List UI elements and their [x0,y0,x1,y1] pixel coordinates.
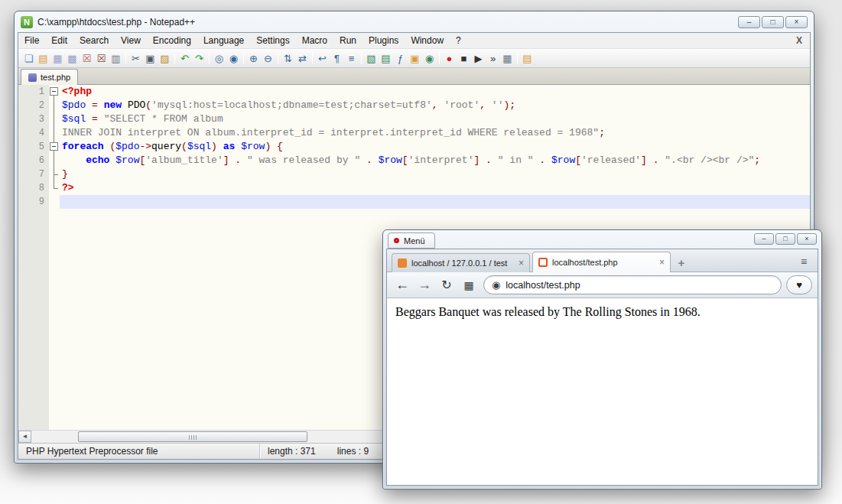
menu-item-run[interactable]: Run [333,34,362,47]
toolbar-save-all-button[interactable]: ▩ [65,51,80,66]
toolbar-replace-button[interactable]: ◉ [226,51,241,66]
new-tab-button[interactable]: + [673,253,690,272]
toolbar-separator [361,53,362,64]
code-line-7[interactable]: 7} [18,167,810,181]
fold-collapse-icon[interactable] [50,142,58,151]
toolbar-stop-recording-button[interactable]: ■ [457,51,471,66]
undo-icon: ↶ [180,53,189,64]
new-file-icon: ❏ [24,53,34,64]
forward-button[interactable]: → [414,275,434,295]
fold-collapse-icon[interactable] [50,87,58,96]
toolbar-playback-macro-button[interactable]: ▶ [471,51,486,66]
toolbar-save-recorded-macro-button[interactable]: ▦ [500,51,515,66]
toolbar-document-map-button[interactable]: ▧ [364,51,379,66]
code-line-8[interactable]: 8?> [18,181,810,195]
toolbar-open-file-button[interactable]: ▤ [36,51,50,66]
tab-favicon-icon [538,258,548,267]
menu-item-view[interactable]: View [115,34,147,47]
menu-item-search[interactable]: Search [73,34,115,47]
toolbar-redo-button[interactable]: ↷ [192,51,206,66]
menu-item-window[interactable]: Window [405,34,450,47]
toolbar-document-list-button[interactable]: ▤ [379,51,393,66]
toolbar-folder-as-workspace-button[interactable]: ▣ [408,51,422,66]
maximize-button[interactable]: □ [762,16,784,28]
line-number: 1 [18,85,49,99]
tab-close-icon[interactable]: × [659,258,665,267]
toolbar-find-button[interactable]: ◎ [212,51,226,66]
toolbar-save-button[interactable]: ▦ [50,51,65,66]
folder-as-workspace-icon: ▣ [410,53,419,64]
toolbar-print-button[interactable]: ▥ [109,51,123,66]
status-lines: lines : 9 [337,446,369,457]
close-button[interactable]: × [797,233,817,245]
toolbar-word-wrap-button[interactable]: ↩ [315,51,330,66]
code-text [60,195,810,209]
function-list-icon: ƒ [398,53,403,64]
status-length: length : 371 [268,446,316,457]
minimize-button[interactable]: – [754,233,774,245]
code-line-3[interactable]: 3$sql = "SELECT * FROM album [18,112,810,126]
close-document-button[interactable]: X [788,35,810,46]
menu-item-plugins[interactable]: Plugins [362,34,405,47]
menu-item-settings[interactable]: Settings [250,34,295,47]
toolbar-run-macro-multiple-button[interactable]: » [486,51,500,66]
scrollbar-thumb[interactable] [78,431,307,442]
toolbar-plugin-button[interactable]: ▤ [520,51,535,66]
toolbar-copy-button[interactable]: ▣ [143,51,158,66]
toolbar-separator [517,53,518,64]
scroll-left-arrow[interactable]: ◄ [18,431,31,443]
toolbar-record-macro-button[interactable]: ● [442,51,457,66]
toolbar-sync-vertical-button[interactable]: ⇅ [281,51,295,66]
tab-close-icon[interactable]: × [519,259,524,268]
toolbar-zoom-out-button[interactable]: ⊖ [261,51,275,66]
code-text: <?php [60,85,810,99]
menu-item-file[interactable]: File [18,34,45,47]
menu-item-help[interactable]: ? [450,34,467,47]
code-line-9[interactable]: 9 [18,195,810,209]
speed-dial-icon[interactable]: ▦ [459,275,479,295]
menu-item-encoding[interactable]: Encoding [147,34,197,47]
npp-toolbar: ❏▤▦▩☒☒▥✂▣▨↶↷◎◉⊕⊖⇅⇄↩¶≡▧▤ƒ▣◉●■▶»▦▤ [18,49,810,68]
code-line-6[interactable]: 6 echo $row['album_title'] . " was relea… [18,154,810,167]
browser-tab-2[interactable]: localhost/test.php× [532,252,671,272]
print-icon: ▥ [111,53,120,64]
toolbar-zoom-in-button[interactable]: ⊕ [246,51,261,66]
toolbar-sync-horizontal-button[interactable]: ⇄ [295,51,310,66]
toolbar-paste-button[interactable]: ▨ [158,51,172,66]
npp-tabbar: test.php [18,68,810,85]
toolbar-cut-button[interactable]: ✂ [128,51,143,66]
tab-list-icon[interactable]: ≡ [795,252,813,272]
line-number: 7 [18,167,49,181]
toolbar-close-file-button[interactable]: ☒ [80,51,94,66]
saved-file-icon [28,73,37,82]
menu-item-language[interactable]: Language [197,34,250,47]
toolbar-indent-guide-button[interactable]: ≡ [344,51,359,66]
toolbar-function-list-button[interactable]: ƒ [393,51,408,66]
menu-item-macro[interactable]: Macro [296,34,333,47]
code-text: ?> [60,181,810,195]
reload-button[interactable]: ↻ [437,275,457,295]
toolbar-undo-button[interactable]: ↶ [177,51,192,66]
save-icon: ▦ [53,53,62,64]
page-text: Beggars Banquet was released by The Roll… [395,305,701,318]
browser-tab-1[interactable]: localhost / 127.0.0.1 / test× [392,253,530,272]
bookmark-heart-button[interactable]: ♥ [786,275,812,294]
back-button[interactable]: ← [392,275,412,295]
minimize-button[interactable]: – [738,16,760,28]
opera-menu-button[interactable]: Menü [388,232,435,249]
notepadpp-titlebar[interactable]: N C:\xampp\htdocs\test.php - Notepad++ –… [18,11,811,32]
toolbar-close-all-button[interactable]: ☒ [94,51,109,66]
toolbar-monitoring-button[interactable]: ◉ [422,51,437,66]
opera-titlebar[interactable]: Menü –□× [386,230,818,249]
toolbar-show-all-characters-button[interactable]: ¶ [330,51,344,66]
maximize-button[interactable]: □ [775,233,795,245]
code-line-1[interactable]: 1<?php [18,85,810,99]
address-bar[interactable]: ◉ localhost/test.php [483,275,782,294]
toolbar-new-file-button[interactable]: ❏ [21,51,36,66]
code-line-4[interactable]: 4INNER JOIN interpret ON album.interpret… [18,126,810,140]
tab-test-php[interactable]: test.php [21,69,78,85]
menu-item-edit[interactable]: Edit [45,34,73,47]
code-line-2[interactable]: 2$pdo = new PDO('mysql:host=localhost;db… [18,99,810,112]
close-button[interactable]: × [785,16,808,28]
code-line-5[interactable]: 5foreach ($pdo->query($sql) as $row) { [18,140,810,154]
